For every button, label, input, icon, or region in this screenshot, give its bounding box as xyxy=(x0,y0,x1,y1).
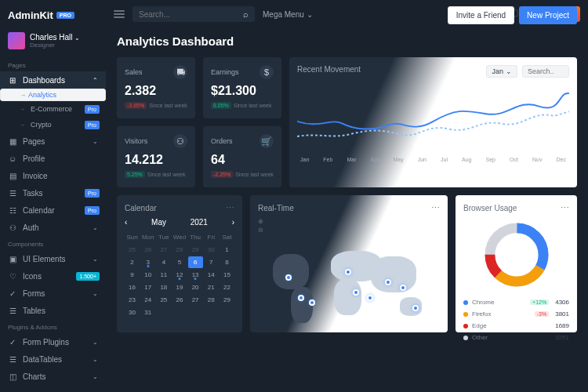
world-map[interactable] xyxy=(258,238,440,340)
check-icon: ✓ xyxy=(8,337,17,347)
cal-day[interactable]: 8 xyxy=(220,256,234,268)
search-box[interactable]: ⌕ xyxy=(132,6,255,22)
section-pages: Pages xyxy=(0,57,106,71)
sidebar-item-charts[interactable]: ◫Charts⌄ xyxy=(0,368,106,385)
dollar-icon: $ xyxy=(260,65,274,79)
sidebar-item-tables[interactable]: ☰Tables xyxy=(0,302,106,319)
chart-recent-movement: Recent Movement Jan⌄ JanFebMarAprMayJunJ… xyxy=(289,57,577,187)
grid-icon: ⊞ xyxy=(8,75,17,85)
legend-row: Chrome+12%4306 xyxy=(463,296,569,308)
stat-value: $21.300 xyxy=(211,84,274,98)
cal-day[interactable]: 26 xyxy=(172,294,187,306)
cal-day[interactable]: 19 xyxy=(172,281,187,293)
cal-day[interactable]: 16 xyxy=(125,281,140,293)
cal-day[interactable]: 1 xyxy=(220,244,234,256)
cal-day[interactable]: 21 xyxy=(204,281,219,293)
sidebar-item-forms[interactable]: ✓Forms⌄ xyxy=(0,285,106,302)
more-icon[interactable]: ⋯ xyxy=(226,203,234,213)
sidebar-item-uielements[interactable]: ▣UI Elements⌄ xyxy=(0,250,106,267)
stat-sales: Sales⛟ 2.382 -3.65%Since last week xyxy=(117,57,195,118)
cal-day[interactable]: 15 xyxy=(220,269,234,281)
sidebar: AdminKit PRO Charles Hall ⌄ Designer Pag… xyxy=(0,0,106,392)
cal-day[interactable]: 28 xyxy=(204,294,219,306)
user-block[interactable]: Charles Hall ⌄ Designer xyxy=(0,29,106,57)
sidebar-item-formplugins[interactable]: ✓Form Plugins⌄ xyxy=(0,333,106,350)
sidebar-item-analytics[interactable]: →Analytics xyxy=(0,89,106,101)
cal-day[interactable]: 12 xyxy=(172,269,187,281)
cal-day[interactable]: 29 xyxy=(220,294,234,306)
browser-usage: Browser Usage⋯ Chrome+12%4306Firefox-3%3… xyxy=(456,195,577,332)
realtime-map: Real-Time⋯ ⊕ ⊖ xyxy=(250,195,448,332)
legend-row: Edge1689 xyxy=(463,320,569,332)
hamburger-icon[interactable] xyxy=(114,10,125,18)
zoom-out-icon[interactable]: ⊖ xyxy=(258,227,440,234)
cal-day[interactable]: 11 xyxy=(156,269,171,281)
avatar xyxy=(8,32,25,49)
cal-day[interactable]: 20 xyxy=(188,281,203,293)
cal-day[interactable]: 10 xyxy=(140,269,155,281)
cal-day[interactable]: 3 xyxy=(140,256,155,268)
invite-button[interactable]: Invite a Friend xyxy=(448,6,514,24)
cal-day[interactable]: 22 xyxy=(220,281,234,293)
stat-earnings: Earnings$ $21.300 8.05%Since last week xyxy=(203,57,281,118)
cal-day[interactable]: 17 xyxy=(140,281,155,293)
cal-day[interactable]: 18 xyxy=(156,281,171,293)
cal-day[interactable]: 31 xyxy=(140,307,155,318)
page-title: Analytics Dashboard xyxy=(117,34,577,48)
stat-visitors: Visitors⚇ 14.212 5.25%Since last week xyxy=(117,126,195,187)
search-input[interactable] xyxy=(139,10,238,19)
cal-day[interactable]: 6 xyxy=(188,256,203,268)
sidebar-item-pages[interactable]: ▦Pages⌄ xyxy=(0,132,106,150)
legend-row: Firefox-3%3801 xyxy=(463,308,569,320)
brand[interactable]: AdminKit PRO xyxy=(0,6,106,29)
stat-value: 64 xyxy=(211,153,274,167)
sidebar-item-tasks[interactable]: ☰TasksPro xyxy=(0,184,106,201)
cal-day[interactable]: 9 xyxy=(125,269,140,281)
calendar-icon: ☷ xyxy=(8,205,17,215)
calendar-widget: Calendar⋯ ‹ May 2021 › SunMonTueWedThuFr… xyxy=(117,195,242,332)
range-select[interactable]: Jan⌄ xyxy=(486,65,517,78)
cal-day[interactable]: 27 xyxy=(188,294,203,306)
cal-day[interactable]: 2 xyxy=(125,256,140,268)
table-icon: ☰ xyxy=(8,306,17,315)
more-icon[interactable]: ⋯ xyxy=(561,203,569,213)
truck-icon: ⛟ xyxy=(173,65,187,79)
zoom-in-icon[interactable]: ⊕ xyxy=(258,218,440,225)
browser-legend: Chrome+12%4306Firefox-3%3801Edge1689Othe… xyxy=(463,296,569,343)
chevron-down-icon: ⌄ xyxy=(506,67,512,75)
cal-next[interactable]: › xyxy=(232,218,234,227)
sidebar-item-dashboards[interactable]: ⊞ Dashboards⌃ xyxy=(0,71,106,89)
calendar-grid: SunMonTueWedThuFriSat2526272829301234567… xyxy=(125,231,234,318)
chart-search-input[interactable] xyxy=(522,65,569,78)
cal-prev[interactable]: ‹ xyxy=(125,218,127,227)
cal-day[interactable]: 14 xyxy=(204,269,219,281)
cal-day[interactable]: 7 xyxy=(204,256,219,268)
sidebar-item-calendar[interactable]: ☷CalendarPro xyxy=(0,201,106,219)
stat-orders: Orders🛒 64 -2.25%Since last week xyxy=(203,126,281,187)
users-icon: ⚇ xyxy=(173,134,187,148)
sidebar-item-invoice[interactable]: ▤Invoice xyxy=(0,167,106,184)
cal-day[interactable]: 13 xyxy=(188,269,203,281)
line-chart xyxy=(297,78,569,157)
sidebar-item-datatables[interactable]: ☰DataTables⌄ xyxy=(0,350,106,368)
sidebar-item-ecommerce[interactable]: →E-CommercePro xyxy=(0,101,106,117)
more-icon[interactable]: ⋯ xyxy=(431,203,440,213)
sidebar-item-icons[interactable]: ♡Icons1.500+ xyxy=(0,267,106,285)
mega-menu[interactable]: Mega Menu⌄ xyxy=(263,10,313,19)
stat-value: 14.212 xyxy=(125,153,187,167)
sidebar-item-auth[interactable]: ⚇Auth⌄ xyxy=(0,219,106,236)
cal-day[interactable]: 30 xyxy=(125,307,140,318)
cal-day[interactable]: 23 xyxy=(125,294,140,306)
cal-day[interactable]: 4 xyxy=(156,256,171,268)
new-project-button[interactable]: New Project xyxy=(519,6,577,24)
cal-day[interactable]: 24 xyxy=(140,294,155,306)
sidebar-item-crypto[interactable]: →CryptoPro xyxy=(0,117,106,132)
cal-day[interactable]: 5 xyxy=(172,256,187,268)
pro-badge: PRO xyxy=(56,12,74,19)
content: Analytics Dashboard Sales⛟ 2.382 -3.65%S… xyxy=(106,28,588,392)
donut-chart xyxy=(481,220,552,290)
sidebar-item-profile[interactable]: ☺Profile xyxy=(0,150,106,167)
section-components: Components xyxy=(0,236,106,250)
search-icon[interactable]: ⌕ xyxy=(243,9,249,19)
cal-day[interactable]: 25 xyxy=(156,294,171,306)
